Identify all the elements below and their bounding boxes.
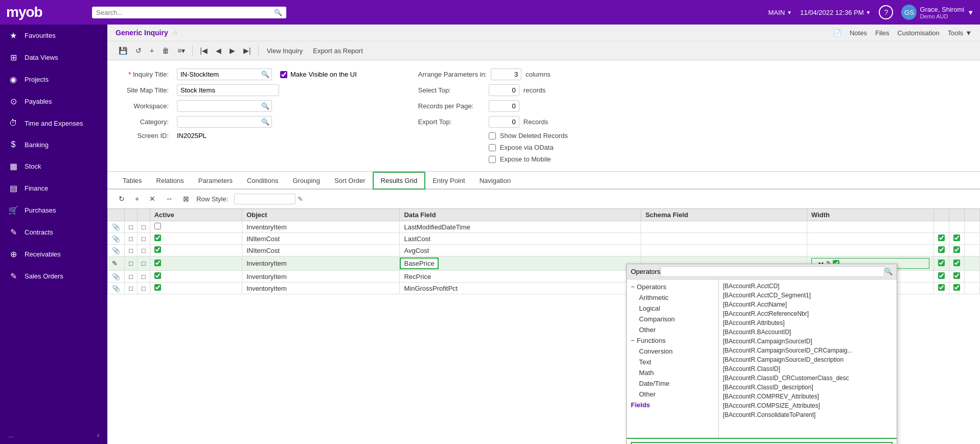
- tree-fields[interactable]: Fields: [627, 400, 718, 410]
- workspace-input[interactable]: [177, 101, 259, 111]
- tree-math[interactable]: Math: [635, 367, 718, 378]
- sidebar-item-contracts[interactable]: ✎ Contracts: [0, 221, 107, 243]
- sidebar-item-banking[interactable]: $ Banking: [0, 134, 107, 155]
- category-input[interactable]: [177, 116, 259, 127]
- sidebar-item-sales-orders[interactable]: ✎ Sales Orders: [0, 265, 107, 287]
- favourite-icon[interactable]: ☆: [172, 29, 178, 37]
- tree-arithmetic[interactable]: Arithmetic: [635, 292, 718, 303]
- active-checkbox[interactable]: [154, 272, 161, 279]
- show-deleted-checkbox[interactable]: [489, 132, 496, 139]
- dropdown-search[interactable]: [660, 266, 884, 277]
- main-button[interactable]: MAIN ▼: [768, 9, 792, 16]
- tree-datetime[interactable]: Date/Time: [635, 378, 718, 389]
- list-item[interactable]: [BAccountR.ClassID]: [719, 364, 897, 373]
- inquiry-title-search-icon[interactable]: 🔍: [259, 69, 271, 79]
- customisation-link[interactable]: Customisation: [897, 29, 939, 37]
- active-checkbox[interactable]: [154, 235, 161, 241]
- tab-grouping[interactable]: Grouping: [285, 173, 327, 190]
- sidebar-item-favourites[interactable]: ★ Favourites: [0, 25, 107, 46]
- add-row-btn[interactable]: +: [132, 193, 142, 205]
- category-search-icon[interactable]: 🔍: [259, 117, 271, 127]
- select-top-input[interactable]: [489, 84, 519, 96]
- list-item[interactable]: [BAccountR.ClassID_CRCustomerClass_desc: [719, 373, 897, 383]
- view-inquiry-button[interactable]: View Inquiry: [263, 45, 307, 57]
- toggle-btn[interactable]: ⊠: [180, 193, 192, 205]
- tab-parameters[interactable]: Parameters: [191, 173, 240, 190]
- breadcrumb-title[interactable]: Generic Inquiry: [116, 29, 168, 37]
- list-item[interactable]: [BAccountR.AcctCD_Segment1]: [719, 291, 897, 300]
- inquiry-title-input[interactable]: [177, 69, 259, 80]
- active-checkbox[interactable]: [154, 246, 161, 253]
- tree-other-op[interactable]: Other: [635, 324, 718, 335]
- active-checkbox[interactable]: [154, 223, 161, 229]
- list-item[interactable]: [BAccountR.AcctCD]: [719, 282, 897, 291]
- delete-button[interactable]: 🗑: [159, 44, 172, 57]
- refresh-btn[interactable]: ↻: [116, 193, 128, 205]
- records-per-page-input[interactable]: [489, 100, 519, 112]
- next-button[interactable]: ▶: [226, 44, 238, 57]
- notes-link[interactable]: Notes: [850, 29, 867, 37]
- row-style-edit-icon[interactable]: ✎: [298, 195, 303, 203]
- datetime-button[interactable]: 11/04/2022 12:36 PM ▼: [800, 9, 871, 16]
- list-item[interactable]: [BAccountR.Attributes]: [719, 318, 897, 328]
- expose-mobile-checkbox[interactable]: [489, 156, 496, 163]
- copy-button[interactable]: ≡▾: [174, 44, 188, 57]
- arrange-input[interactable]: [491, 68, 521, 80]
- tab-navigation[interactable]: Navigation: [472, 173, 518, 190]
- sidebar-item-receivables[interactable]: ⊕ Receivables: [0, 243, 107, 265]
- formula-input[interactable]: [631, 442, 893, 444]
- tools-link[interactable]: Tools ▼: [948, 29, 972, 37]
- prev-button[interactable]: ◀: [213, 44, 224, 57]
- tab-results-grid[interactable]: Results Grid: [373, 172, 426, 190]
- export-report-button[interactable]: Export as Report: [309, 45, 367, 57]
- undo-button[interactable]: ↺: [132, 44, 145, 57]
- list-item[interactable]: [BAccountR.ConsolidateToParent]: [719, 410, 897, 419]
- remove-row-btn[interactable]: ✕: [146, 193, 158, 205]
- search-input[interactable]: [96, 9, 274, 16]
- list-item[interactable]: [BAccountR.AcctName]: [719, 300, 897, 309]
- tree-logical[interactable]: Logical: [635, 303, 718, 314]
- list-item[interactable]: [BAccountR.COMPREV_Attributes]: [719, 392, 897, 401]
- add-button[interactable]: +: [147, 44, 157, 57]
- sidebar-item-time-expenses[interactable]: ⏱ Time and Expenses: [0, 112, 107, 134]
- sidebar-item-purchases[interactable]: 🛒 Purchases: [0, 199, 107, 221]
- make-visible-checkbox[interactable]: [280, 71, 287, 78]
- save-button[interactable]: 💾: [116, 44, 130, 57]
- last-button[interactable]: ▶|: [240, 44, 254, 57]
- tab-tables[interactable]: Tables: [116, 173, 149, 190]
- expose-odata-checkbox[interactable]: [489, 144, 496, 151]
- list-item[interactable]: [BAccountR.COMPSIZE_Attributes]: [719, 401, 897, 410]
- base-price-field[interactable]: BasePrice: [400, 258, 438, 269]
- sitemap-input[interactable]: [177, 84, 279, 96]
- sidebar-item-payables[interactable]: ⊙ Payables: [0, 90, 107, 112]
- tab-relations[interactable]: Relations: [149, 173, 191, 190]
- row-style-input[interactable]: [234, 194, 295, 204]
- help-button[interactable]: ?: [879, 5, 893, 19]
- list-item[interactable]: [BAccountR.BAccountID]: [719, 328, 897, 337]
- tree-operators[interactable]: − Operators: [627, 282, 718, 292]
- workspace-search-icon[interactable]: 🔍: [259, 101, 271, 111]
- sidebar-more[interactable]: ... ‹: [0, 426, 107, 444]
- tree-comparison[interactable]: Comparison: [635, 314, 718, 324]
- tab-sort-order[interactable]: Sort Order: [327, 173, 373, 190]
- fit-cols-btn[interactable]: ↔: [163, 193, 176, 205]
- sidebar-item-stock[interactable]: ▦ Stock: [0, 155, 107, 177]
- tree-other-fn[interactable]: Other: [635, 389, 718, 400]
- first-button[interactable]: |◀: [197, 44, 211, 57]
- sidebar-item-data-views[interactable]: ⊞ Data Views: [0, 46, 107, 68]
- tab-entry-point[interactable]: Entry Point: [425, 173, 472, 190]
- search-box[interactable]: 🔍: [92, 7, 286, 18]
- list-item[interactable]: [BAccountR.AcctReferenceNbr]: [719, 309, 897, 318]
- active-checkbox[interactable]: [154, 260, 161, 266]
- tree-conversion[interactable]: Conversion: [635, 346, 718, 357]
- list-item[interactable]: [BAccountR.CampaignSourceID_CRCampaig...: [719, 346, 897, 355]
- sidebar-item-finance[interactable]: ▤ Finance: [0, 177, 107, 199]
- list-item[interactable]: [BAccountR.CampaignSourceID_description: [719, 355, 897, 364]
- list-item[interactable]: [BAccountR.CampaignSourceID]: [719, 337, 897, 346]
- list-item[interactable]: [BAccountR.ClassID_description]: [719, 383, 897, 392]
- tree-functions[interactable]: − Functions: [627, 335, 718, 346]
- export-top-input[interactable]: [489, 116, 519, 128]
- files-link[interactable]: Files: [875, 29, 889, 37]
- sidebar-item-projects[interactable]: ◉ Projects: [0, 68, 107, 90]
- active-checkbox[interactable]: [154, 284, 161, 291]
